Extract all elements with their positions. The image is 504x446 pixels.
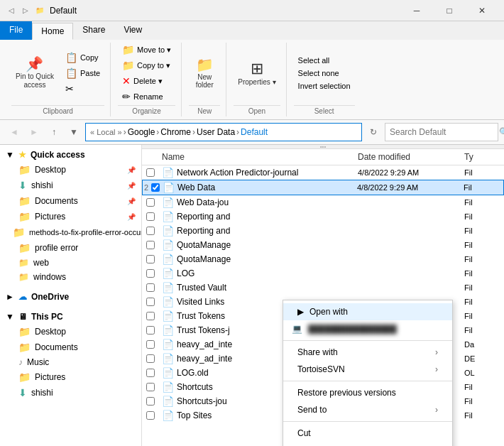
row-checkbox[interactable]	[142, 369, 159, 377]
rename-button[interactable]: ✏ Rename	[118, 89, 175, 104]
context-menu-share-with[interactable]: Share with ›	[283, 344, 452, 361]
onedrive-header[interactable]: ► ☁ OneDrive	[0, 290, 141, 304]
checkbox-input[interactable]	[146, 255, 155, 263]
context-menu-send-to[interactable]: Send to ›	[283, 401, 452, 418]
quick-access-header[interactable]: ▼ ★ Quick access	[0, 148, 141, 162]
invert-selection-button[interactable]: Invert selection	[294, 80, 355, 92]
header-name[interactable]: Name	[159, 151, 355, 163]
sidebar-item-profileerror[interactable]: 📁 profile error	[0, 240, 141, 256]
tab-file[interactable]: File	[0, 21, 32, 40]
copy-button[interactable]: 📋 Copy	[61, 50, 104, 65]
path-chrome[interactable]: Chrome	[160, 127, 191, 137]
checkbox-input[interactable]	[146, 168, 155, 177]
row-checkbox[interactable]	[142, 227, 159, 235]
row-checkbox[interactable]	[142, 397, 159, 406]
sidebar-item-shishi-pc[interactable]: ⬇ shishi	[0, 385, 141, 401]
table-row[interactable]: 📄 QuotaManage Fil	[142, 238, 504, 252]
context-menu-tortoisesvn[interactable]: TortoiseSVN ›	[283, 361, 452, 378]
up-button[interactable]: ↑	[45, 124, 62, 141]
table-row[interactable]: 📄 Reporting and Fil	[142, 224, 504, 238]
table-row[interactable]: 2 📄 Web Data 4/8/2022 9:29 AM Fil	[142, 180, 504, 195]
maximize-button[interactable]: □	[433, 0, 466, 21]
checkbox-input[interactable]	[146, 298, 155, 306]
header-date[interactable]: Date modified	[355, 151, 461, 163]
address-path[interactable]: « Local » › Google › Chrome › User Data …	[85, 123, 362, 141]
sidebar-item-desktop-qa[interactable]: 📁 Desktop 📌	[0, 162, 141, 178]
checkbox-input[interactable]	[146, 369, 155, 377]
select-all-button[interactable]: Select all	[294, 55, 355, 66]
checkbox-input[interactable]	[151, 183, 160, 192]
row-checkbox[interactable]	[142, 354, 159, 363]
new-folder-button[interactable]: 📁 Newfolder	[189, 55, 220, 92]
pin-button[interactable]: 📌 Pin to Quickaccess	[11, 54, 58, 92]
paste-button[interactable]: 📋 Paste	[61, 66, 104, 80]
forward-button[interactable]: ►	[26, 124, 43, 141]
sidebar-item-methods[interactable]: 📁 methods-to-fix-profile-error-occurred-	[0, 224, 141, 240]
checkbox-input[interactable]	[146, 411, 155, 420]
select-none-button[interactable]: Select none	[294, 67, 355, 79]
sidebar-item-web[interactable]: 📁 web	[0, 256, 141, 270]
delete-ribbon-button[interactable]: ✕ Delete ▾	[118, 74, 175, 88]
path-google[interactable]: Google	[128, 127, 155, 137]
path-default[interactable]: Default	[241, 127, 268, 137]
checkbox-input[interactable]	[146, 312, 155, 320]
sidebar-item-pictures-qa[interactable]: 📁 Pictures 📌	[0, 209, 141, 224]
row-checkbox[interactable]: 2	[143, 183, 160, 192]
context-menu-cut[interactable]: Cut	[283, 425, 452, 442]
row-checkbox[interactable]	[142, 326, 159, 334]
sidebar-item-documents-qa[interactable]: 📁 Documents 📌	[0, 193, 141, 209]
tab-share[interactable]: Share	[73, 21, 114, 40]
tab-view[interactable]: View	[114, 21, 151, 40]
row-checkbox[interactable]	[142, 298, 159, 306]
header-type[interactable]: Ty	[461, 151, 504, 163]
table-row[interactable]: 📄 Network Action Predictor-journal 4/8/2…	[142, 165, 504, 180]
row-checkbox[interactable]	[142, 340, 159, 349]
minimize-button[interactable]: ─	[400, 0, 433, 21]
back-button[interactable]: ◄	[6, 124, 23, 141]
row-checkbox[interactable]	[142, 198, 159, 207]
table-row[interactable]: 📄 LOG Fil	[142, 266, 504, 281]
checkbox-input[interactable]	[146, 283, 155, 292]
context-menu-restore[interactable]: Restore previous versions	[283, 384, 452, 401]
checkbox-input[interactable]	[146, 340, 155, 349]
checkbox-input[interactable]	[146, 212, 155, 221]
checkbox-input[interactable]	[146, 383, 155, 391]
properties-button[interactable]: ⊞ Properties ▾	[234, 58, 280, 89]
close-button[interactable]: ✕	[466, 0, 498, 21]
sidebar-item-pictures-pc[interactable]: 📁 Pictures	[0, 369, 141, 385]
row-checkbox[interactable]	[142, 383, 159, 391]
checkbox-input[interactable]	[146, 227, 155, 235]
row-checkbox[interactable]	[142, 255, 159, 263]
sidebar-item-desktop-pc[interactable]: 📁 Desktop	[0, 324, 141, 339]
checkbox-input[interactable]	[146, 241, 155, 249]
table-row[interactable]: 📄 Trusted Vault Fil	[142, 281, 504, 295]
row-checkbox[interactable]	[142, 212, 159, 221]
row-checkbox[interactable]	[142, 283, 159, 292]
sidebar-item-windows[interactable]: 📁 windows	[0, 270, 141, 284]
thispc-header[interactable]: ▼ 🖥 This PC	[0, 310, 141, 324]
checkbox-input[interactable]	[146, 354, 155, 363]
checkbox-input[interactable]	[146, 326, 155, 334]
search-input[interactable]	[390, 127, 496, 137]
checkbox-input[interactable]	[146, 198, 155, 207]
sidebar-item-music-pc[interactable]: ♪ Music	[0, 355, 141, 369]
context-menu-blurred[interactable]: 💻 ████████████████	[283, 320, 452, 337]
table-row[interactable]: 📄 Web Data-jou Fil	[142, 195, 504, 210]
path-userdata[interactable]: User Data	[197, 127, 235, 137]
copy-to-button[interactable]: 📁 Copy to ▾	[118, 58, 175, 72]
row-checkbox[interactable]	[142, 168, 159, 177]
tab-home[interactable]: Home	[32, 23, 73, 40]
sidebar-item-shishi-qa[interactable]: ⬇ shishi 📌	[0, 178, 141, 193]
checkbox-input[interactable]	[146, 269, 155, 278]
row-checkbox[interactable]	[142, 269, 159, 278]
checkbox-input[interactable]	[146, 397, 155, 406]
move-to-button[interactable]: 📁 Move to ▾	[118, 43, 175, 57]
context-menu-open-with[interactable]: ▶ Open with	[283, 303, 452, 320]
sidebar-item-documents-pc[interactable]: 📁 Documents	[0, 339, 141, 355]
cut-button[interactable]: ✂	[61, 82, 104, 96]
row-checkbox[interactable]	[142, 241, 159, 249]
row-checkbox[interactable]	[142, 411, 159, 420]
refresh-button[interactable]: ↻	[365, 124, 382, 141]
table-row[interactable]: 📄 Reporting and Fil	[142, 210, 504, 224]
recent-locations-button[interactable]: ▼	[65, 124, 82, 141]
